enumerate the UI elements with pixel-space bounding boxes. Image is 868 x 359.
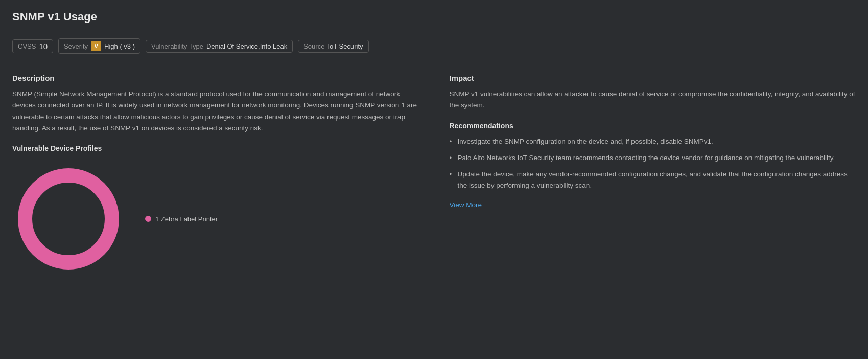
- cvss-score: 10: [39, 42, 48, 51]
- cvss-label: CVSS: [18, 42, 36, 50]
- severity-label: Severity: [64, 42, 88, 50]
- severity-icon: V: [91, 41, 101, 51]
- recommendation-item-2: Palo Alto Networks IoT Security team rec…: [450, 152, 856, 164]
- vulnerable-profiles-section: Vulnerable Device Profiles 1 Zebra Label…: [12, 144, 424, 275]
- page-title: SNMP v1 Usage: [12, 10, 856, 24]
- legend-items: 1 Zebra Label Printer: [145, 215, 218, 223]
- recommendations-section: Recommendations Investigate the SNMP con…: [450, 122, 856, 209]
- recommendations-list: Investigate the SNMP configuration on th…: [450, 136, 856, 192]
- cvss-badge: CVSS 10: [12, 39, 53, 53]
- legend-dot: [145, 216, 151, 222]
- description-text: SNMP (Simple Network Management Protocol…: [12, 88, 424, 134]
- source-value: IoT Security: [327, 42, 363, 50]
- recommendation-item-1: Investigate the SNMP configuration on th…: [450, 136, 856, 147]
- view-more-link[interactable]: View More: [450, 201, 482, 209]
- recommendation-item-3: Update the device, make any vendor-recom…: [450, 169, 856, 192]
- severity-value: High ( v3 ): [104, 42, 135, 50]
- source-label: Source: [303, 42, 324, 50]
- source-badge: Source IoT Security: [298, 40, 368, 53]
- left-panel: Description SNMP (Simple Network Managem…: [12, 74, 424, 275]
- impact-heading: Impact: [450, 74, 856, 82]
- vuln-type-value: Denial Of Service,Info Leak: [206, 42, 287, 50]
- severity-badge: Severity V High ( v3 ): [58, 38, 140, 54]
- impact-section: Impact SNMP v1 vulnerabilities can allow…: [450, 74, 856, 111]
- content-grid: Description SNMP (Simple Network Managem…: [12, 74, 856, 275]
- legend-item: 1 Zebra Label Printer: [145, 215, 218, 223]
- description-section: Description SNMP (Simple Network Managem…: [12, 74, 424, 134]
- recommendations-heading: Recommendations: [450, 122, 856, 130]
- meta-bar: CVSS 10 Severity V High ( v3 ) Vulnerabi…: [12, 33, 856, 59]
- description-heading: Description: [12, 74, 424, 82]
- donut-chart: [12, 163, 125, 275]
- vulnerable-profiles-heading: Vulnerable Device Profiles: [12, 144, 424, 152]
- page-container: SNMP v1 Usage CVSS 10 Severity V High ( …: [0, 0, 868, 285]
- legend-label: 1 Zebra Label Printer: [155, 215, 218, 223]
- impact-text: SNMP v1 vulnerabilities can allow an att…: [450, 88, 856, 111]
- donut-container: 1 Zebra Label Printer: [12, 163, 424, 275]
- right-panel: Impact SNMP v1 vulnerabilities can allow…: [444, 74, 856, 275]
- vuln-type-label: Vulnerability Type: [151, 42, 203, 50]
- vuln-type-badge: Vulnerability Type Denial Of Service,Inf…: [146, 40, 293, 53]
- svg-point-1: [25, 175, 112, 262]
